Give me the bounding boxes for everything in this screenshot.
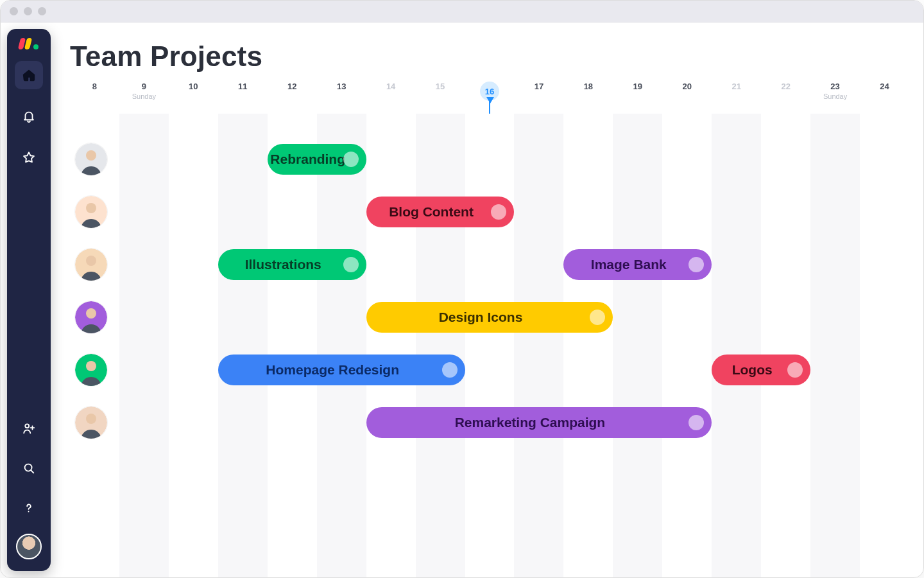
task-resize-handle[interactable]	[590, 310, 605, 325]
task-resize-handle[interactable]	[689, 415, 704, 430]
window-controls	[10, 7, 46, 15]
nav-notifications[interactable]	[15, 102, 43, 130]
day-label[interactable]: 14	[366, 82, 416, 91]
svg-point-6	[86, 203, 96, 213]
day-label[interactable]: 21	[712, 82, 761, 91]
task-resize-handle[interactable]	[343, 257, 359, 272]
day-label[interactable]: 18	[563, 82, 613, 91]
app-window: Team Projects 89Sunday101112131415161718…	[0, 0, 924, 578]
assignee-avatar[interactable]	[75, 249, 107, 281]
nav-invite[interactable]	[15, 414, 43, 442]
task-resize-handle[interactable]	[689, 257, 704, 272]
svg-point-2	[28, 511, 30, 512]
svg-point-10	[86, 308, 96, 319]
day-label[interactable]: 9Sunday	[119, 82, 169, 100]
nav-help[interactable]	[15, 494, 43, 522]
task-bar[interactable]: Logos	[712, 355, 810, 385]
day-label[interactable]: 20	[662, 82, 712, 91]
titlebar	[1, 1, 923, 22]
nav-favorites[interactable]	[15, 143, 43, 171]
timeline-header: 89Sunday1011121314151617181920212223Sund…	[70, 78, 909, 114]
app-body: Team Projects 89Sunday101112131415161718…	[1, 22, 923, 577]
day-label[interactable]: 23Sunday	[810, 82, 860, 100]
task-bar[interactable]: Homepage Redesign	[218, 355, 465, 385]
day-label[interactable]: 24	[860, 82, 909, 91]
day-label[interactable]: 8	[70, 82, 119, 91]
task-bar[interactable]: Illustrations	[218, 249, 366, 280]
nav-home[interactable]	[15, 61, 43, 89]
timeline-row: Blog Content	[70, 186, 909, 238]
task-resize-handle[interactable]	[343, 152, 359, 167]
task-label: Rebranding	[270, 152, 345, 167]
task-resize-handle[interactable]	[442, 362, 458, 378]
svg-point-4	[86, 150, 96, 161]
timeline-row: Remarketing Campaign	[70, 396, 909, 449]
minimize-dot[interactable]	[24, 7, 32, 15]
task-resize-handle[interactable]	[787, 362, 803, 378]
sidebar	[7, 29, 51, 571]
day-label[interactable]: 15	[416, 82, 465, 91]
day-label[interactable]: 17	[514, 82, 563, 91]
svg-point-14	[86, 414, 96, 424]
svg-point-12	[86, 361, 96, 371]
zoom-dot[interactable]	[38, 7, 46, 15]
timeline-rows: RebrandingBlog ContentIllustrationsImage…	[70, 133, 909, 449]
assignee-avatar[interactable]	[75, 407, 107, 439]
app-logo[interactable]	[19, 38, 38, 49]
current-user-avatar[interactable]	[16, 534, 42, 559]
task-label: Design Icons	[439, 310, 523, 325]
task-label: Image Bank	[591, 257, 667, 272]
search-icon	[22, 461, 36, 475]
task-label: Remarketing Campaign	[455, 415, 606, 430]
main: Team Projects 89Sunday101112131415161718…	[51, 22, 923, 577]
today-marker-icon	[486, 97, 494, 103]
task-bar[interactable]: Image Bank	[563, 249, 712, 280]
svg-point-8	[86, 256, 96, 266]
task-bar[interactable]: Rebranding	[268, 144, 366, 175]
bell-icon	[22, 109, 36, 123]
task-resize-handle[interactable]	[491, 204, 506, 220]
svg-point-0	[25, 424, 29, 428]
sidebar-nav	[7, 61, 51, 171]
assignee-avatar[interactable]	[75, 196, 107, 228]
page-title: Team Projects	[70, 40, 909, 73]
task-label: Logos	[732, 362, 773, 378]
nav-search[interactable]	[15, 454, 43, 482]
task-bar[interactable]: Remarketing Campaign	[366, 407, 712, 438]
star-icon	[22, 150, 36, 164]
day-label[interactable]: 19	[613, 82, 662, 91]
help-icon	[22, 501, 36, 515]
day-label[interactable]: 10	[169, 82, 218, 91]
timeline-row: Design Icons	[70, 291, 909, 344]
day-label[interactable]: 13	[317, 82, 366, 91]
assignee-avatar[interactable]	[75, 301, 107, 333]
task-label: Blog Content	[389, 204, 474, 220]
day-label[interactable]: 12	[268, 82, 317, 91]
timeline-row: IllustrationsImage Bank	[70, 238, 909, 291]
task-bar[interactable]: Blog Content	[366, 197, 515, 227]
timeline[interactable]: 89Sunday1011121314151617181920212223Sund…	[70, 78, 909, 577]
timeline-row: Homepage RedesignLogos	[70, 344, 909, 396]
task-label: Illustrations	[245, 257, 321, 272]
day-label[interactable]: 11	[218, 82, 268, 91]
user-plus-icon	[22, 421, 36, 435]
task-label: Homepage Redesign	[266, 362, 399, 378]
assignee-avatar[interactable]	[75, 143, 107, 175]
home-icon	[22, 68, 36, 82]
sidebar-bottom	[15, 414, 43, 563]
close-dot[interactable]	[10, 7, 18, 15]
task-bar[interactable]: Design Icons	[366, 302, 613, 333]
timeline-row: Rebranding	[70, 133, 909, 186]
day-label[interactable]: 22	[761, 82, 810, 91]
assignee-avatar[interactable]	[75, 354, 107, 386]
